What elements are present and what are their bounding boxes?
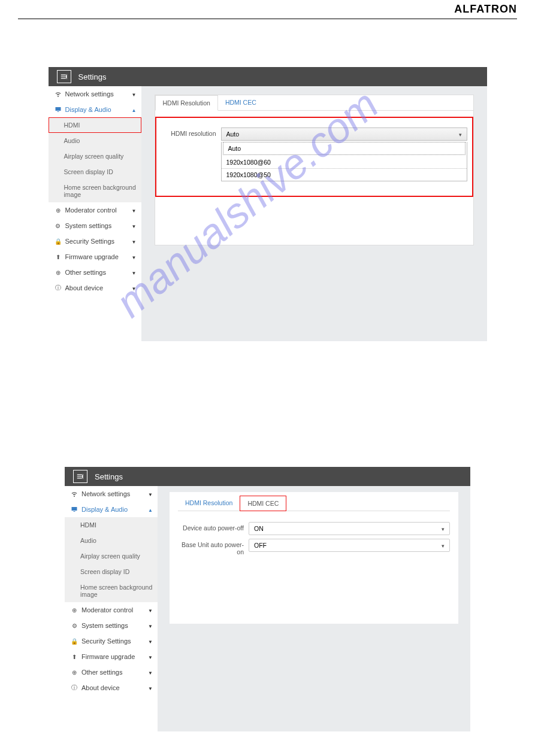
chevron-up-icon (148, 506, 153, 513)
panel2-header: Settings (65, 467, 470, 486)
baseunit-auto-poweron-label: Base Unit auto power-on (178, 539, 249, 555)
chevron-down-icon (148, 491, 153, 497)
wifi-icon (55, 90, 62, 98)
sidebar-subitem-audio[interactable]: Audio (65, 533, 158, 548)
sidebar-subitem-hdmi[interactable]: HDMI (49, 117, 141, 133)
sidebar-item-other[interactable]: ⊕ Other settings (65, 664, 158, 680)
highlight-box: HDMI resolution Auto Auto 1920x1080@60 1… (155, 117, 473, 197)
globe-icon: ⊕ (55, 269, 62, 276)
select-value: OFF (254, 542, 267, 549)
sidebar-item-firmware[interactable]: ⬆ Firmware upgrade (65, 649, 158, 664)
sidebar-item-security[interactable]: 🔒 Security Settings (65, 633, 158, 649)
sidebar-label-display: Display & Audio (65, 106, 132, 113)
brand-logo: ALFATRON (454, 3, 517, 15)
sidebar-subitem-homebg[interactable]: Home screen background image (49, 180, 141, 202)
sidebar-item-other[interactable]: ⊕ Other settings (49, 265, 141, 280)
content-1: HDMI Resolution HDMI CEC HDMI resolution… (141, 86, 487, 341)
select-value: Auto (226, 130, 240, 138)
settings-icon (73, 470, 87, 483)
device-auto-poweroff-select[interactable]: ON (249, 522, 450, 535)
sidebar-label-security: Security Settings (65, 238, 132, 245)
chevron-down-icon (132, 207, 137, 214)
upload-icon: ⬆ (55, 253, 62, 260)
sidebar-subitem-homebg[interactable]: Home screen background image (65, 579, 158, 602)
device-auto-poweroff-label: Device auto power-off (178, 522, 249, 532)
chevron-down-icon (148, 669, 153, 676)
sidebar-label-moderator: Moderator control (65, 207, 132, 214)
sidebar-label-about: About device (65, 284, 132, 292)
option-auto[interactable]: Auto (223, 142, 466, 155)
tab-hdmi-cec[interactable]: HDMI CEC (218, 95, 264, 111)
baseunit-auto-poweron-select[interactable]: OFF (249, 539, 450, 552)
sidebar-item-system[interactable]: ⚙ System settings (65, 618, 158, 633)
upload-icon: ⬆ (71, 653, 78, 660)
globe-icon: ⊕ (55, 207, 62, 214)
sidebar-item-about[interactable]: ⓘ About device (65, 680, 158, 696)
sidebar-subitem-airplay[interactable]: Airplay screen quality (49, 148, 141, 164)
sidebar-label-system: System settings (65, 222, 132, 229)
brand-bar: ALFATRON (18, 0, 517, 19)
hdmi-resolution-label: HDMI resolution (161, 127, 221, 137)
info-icon: ⓘ (55, 284, 62, 292)
sidebar-subitem-screenid[interactable]: Screen display ID (49, 164, 141, 180)
sidebar-label-moderator: Moderator control (81, 606, 148, 614)
chevron-down-icon (132, 269, 137, 276)
chevron-down-icon (148, 607, 153, 614)
chevron-down-icon (132, 223, 137, 229)
option-1080p60[interactable]: 1920x1080@60 (222, 156, 467, 169)
sidebar-item-display[interactable]: Display & Audio (49, 102, 141, 117)
tab-hdmi-cec[interactable]: HDMI CEC (240, 496, 286, 511)
tab-hdmi-resolution[interactable]: HDMI Resolution (155, 95, 218, 111)
panel1-header: Settings (49, 67, 487, 86)
panel1-title: Settings (78, 72, 107, 81)
hdmi-resolution-select[interactable]: Auto Auto 1920x1080@60 1920x1080@50 (221, 127, 467, 181)
sidebar-label-security: Security Settings (81, 637, 148, 645)
chevron-down-icon (132, 238, 137, 245)
chevron-down-icon (132, 285, 137, 292)
sidebar-subitem-hdmi[interactable]: HDMI (65, 517, 158, 533)
gear-icon: ⚙ (55, 222, 62, 229)
dropdown-options: Auto 1920x1080@60 1920x1080@50 (221, 142, 467, 181)
sidebar-item-moderator[interactable]: ⊕ Moderator control (65, 602, 158, 618)
sidebar-item-moderator[interactable]: ⊕ Moderator control (49, 202, 141, 218)
chevron-up-icon (132, 107, 137, 113)
wifi-icon (71, 490, 78, 497)
sidebar-subitem-airplay[interactable]: Airplay screen quality (65, 548, 158, 564)
sidebar-label-system: System settings (81, 622, 148, 629)
sidebar-label-network: Network settings (81, 490, 148, 497)
sidebar-item-network[interactable]: Network settings (49, 86, 141, 102)
sidebar-item-security[interactable]: 🔒 Security Settings (49, 233, 141, 249)
gear-icon: ⚙ (71, 622, 78, 629)
sidebar-item-system[interactable]: ⚙ System settings (49, 218, 141, 233)
sidebar-item-about[interactable]: ⓘ About device (49, 280, 141, 296)
info-icon: ⓘ (71, 684, 78, 691)
sidebar-subitem-screenid[interactable]: Screen display ID (65, 564, 158, 579)
sidebar-item-network[interactable]: Network settings (65, 486, 158, 502)
chevron-down-icon (442, 542, 445, 549)
settings-icon (57, 70, 71, 83)
monitor-icon (55, 106, 62, 113)
sidebar-label-other: Other settings (65, 269, 132, 276)
settings-panel-1: Settings Network settings Display & Audi… (49, 67, 487, 341)
sidebar-item-firmware[interactable]: ⬆ Firmware upgrade (49, 249, 141, 265)
chevron-down-icon (132, 91, 137, 98)
chevron-down-icon (148, 654, 153, 660)
sidebar-label-firmware: Firmware upgrade (81, 653, 148, 660)
sidebar-subitem-audio[interactable]: Audio (49, 133, 141, 148)
tab-hdmi-resolution[interactable]: HDMI Resolution (178, 496, 240, 511)
globe-icon: ⊕ (71, 669, 78, 676)
sidebar-item-display[interactable]: Display & Audio (65, 502, 158, 517)
chevron-down-icon (442, 525, 445, 532)
select-value: ON (254, 525, 264, 532)
chevron-down-icon (148, 623, 153, 629)
sidebar-label-display: Display & Audio (81, 506, 148, 513)
sidebar-1: Network settings Display & Audio HDMI Au… (49, 86, 141, 341)
panel2-title: Settings (95, 472, 123, 481)
chevron-down-icon (148, 685, 153, 691)
settings-panel-2: Settings Network settings Display & Audi… (65, 467, 470, 731)
lock-icon: 🔒 (71, 637, 78, 645)
option-1080p50[interactable]: 1920x1080@50 (222, 169, 467, 181)
content-2: HDMI Resolution HDMI CEC Device auto pow… (158, 486, 470, 731)
sidebar-label-other: Other settings (81, 669, 148, 676)
chevron-down-icon (459, 130, 462, 138)
